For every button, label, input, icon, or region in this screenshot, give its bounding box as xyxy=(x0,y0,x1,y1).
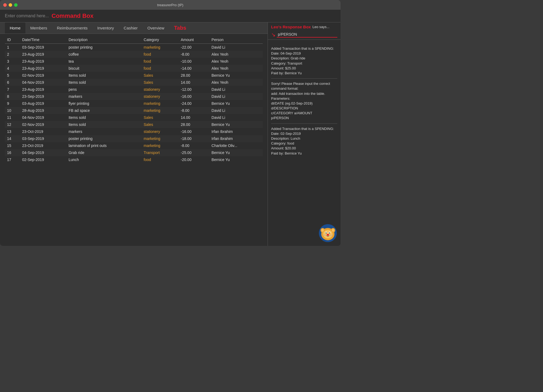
table-row: 223-Aug-2019coffeefood-8.00Alex Yeoh xyxy=(5,51,263,58)
response-box-label: Leo's Response Box xyxy=(271,25,311,29)
table-row: 1702-Sep-2019Lunchfood-20.00Bernice Yu xyxy=(5,156,263,163)
table-row: 1028-Aug-2019FB ad spacemarketing-8.00Da… xyxy=(5,107,263,114)
leo-mascot xyxy=(318,224,337,243)
tab-home[interactable]: Home xyxy=(5,22,25,33)
table-row: 903-Aug-2019flyer printingmarketing-24.0… xyxy=(5,100,263,107)
table-row: 1523-Oct-2019lamination of print outsmar… xyxy=(5,142,263,149)
col-header-datetime: Date/Time xyxy=(20,36,66,44)
maximize-button[interactable] xyxy=(14,3,18,7)
table-row: 103-Sep-2019poster printingmarketing-22.… xyxy=(5,44,263,51)
arrow-icon: ↘ xyxy=(271,31,276,38)
svg-point-12 xyxy=(329,232,330,233)
table-row: 323-Aug-2019teafood-10.00Alex Yeoh xyxy=(5,58,263,65)
close-button[interactable] xyxy=(3,3,7,7)
table-row: 1202-Nov-2019Items soldSales28.00Bernice… xyxy=(5,121,263,128)
svg-point-9 xyxy=(326,232,327,233)
tab-reimbursements[interactable]: Reimbursements xyxy=(52,22,92,33)
response-message: Added Transaction that is a SPENDING: Da… xyxy=(271,43,337,79)
response-message: Sorry! Please Please input the correct c… xyxy=(271,79,337,124)
tab-cashier[interactable]: Cashier xyxy=(119,22,143,33)
response-messages[interactable]: Added Transaction that is a SPENDING: Da… xyxy=(268,41,341,246)
tab-overview[interactable]: Overview xyxy=(142,22,169,33)
svg-point-10 xyxy=(329,232,330,233)
svg-point-4 xyxy=(321,229,324,232)
svg-point-11 xyxy=(326,232,327,233)
table-row: 502-Nov-2019Items soldSales28.00Bernice … xyxy=(5,72,263,79)
command-box-label: Command Box xyxy=(52,12,94,19)
table-row: 823-Sep-2019markersstationery-16.00David… xyxy=(5,93,263,100)
table-row: 1604-Sep-2019Grab rideTransport-25.00Ber… xyxy=(5,149,263,156)
tab-members[interactable]: Members xyxy=(25,22,52,33)
tabs-label: Tabs xyxy=(174,25,186,31)
tab-inventory[interactable]: Inventory xyxy=(92,22,119,33)
transactions-table: ID Date/Time Description Category Amount… xyxy=(5,36,263,163)
table-row: 423-Aug-2019biscuitfood-14.00Alex Yeoh xyxy=(5,65,263,72)
col-header-person: Person xyxy=(209,36,263,44)
col-header-id: ID xyxy=(5,36,20,44)
table-row: 1104-Nov-2019Items soldSales14.00David L… xyxy=(5,114,263,121)
table-row: 604-Nov-2019Items soldSales14.00Alex Yeo… xyxy=(5,79,263,86)
command-placeholder: Enter command here... xyxy=(5,14,49,18)
table-container[interactable]: ID Date/Time Description Category Amount… xyxy=(0,34,268,246)
window-title: treasurerPro (tP) xyxy=(157,3,184,7)
person-input[interactable]: p/PERSON xyxy=(277,32,337,38)
col-header-amount: Amount xyxy=(179,36,209,44)
leo-says-label: Leo says... xyxy=(312,25,329,29)
svg-point-5 xyxy=(332,229,334,232)
svg-point-13 xyxy=(327,234,329,236)
response-box-header: Leo's Response Box Leo says... xyxy=(268,22,341,31)
content-area: Home Members Reimbursements Inventory Ca… xyxy=(0,22,341,246)
minimize-button[interactable] xyxy=(9,3,12,7)
right-panel: Leo's Response Box Leo says... ↘ p/PERSO… xyxy=(268,22,341,246)
title-bar: treasurerPro (tP) xyxy=(0,0,341,10)
table-row: 723-Aug-2019pensstationery-12.00David Li xyxy=(5,86,263,93)
app-body: Enter command here... Command Box Home M… xyxy=(0,10,341,246)
main-panel: Home Members Reimbursements Inventory Ca… xyxy=(0,22,268,246)
col-header-description: Description xyxy=(66,36,142,44)
tabs-bar: Home Members Reimbursements Inventory Ca… xyxy=(0,22,268,34)
command-bar: Enter command here... Command Box xyxy=(0,10,341,22)
col-header-category: Category xyxy=(142,36,179,44)
response-message: Added Transaction that is a SPENDING: Da… xyxy=(271,124,337,159)
traffic-lights xyxy=(3,3,18,7)
table-row: 1323-Oct-2019markersstationery-16.00Irfa… xyxy=(5,128,263,135)
table-row: 1403-Sep-2019poster printingmarketing-18… xyxy=(5,135,263,142)
